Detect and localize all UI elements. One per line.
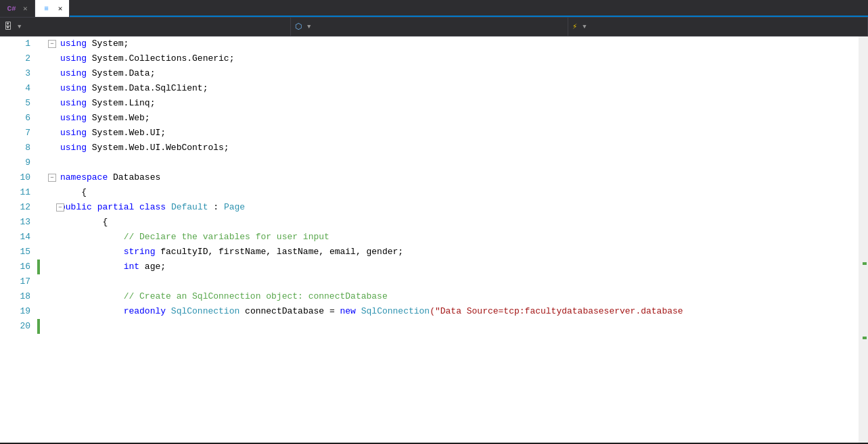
token-plain (134, 202, 139, 212)
gutter-mark-11 (37, 185, 48, 200)
tab-cs-close[interactable]: ✕ (23, 4, 28, 13)
line-num-7: 7 (4, 126, 30, 141)
token-plain: System.Data.SqlClient; (87, 83, 208, 93)
tab-cs[interactable]: C# ✕ (0, 0, 35, 17)
token-kw-using: using (60, 39, 87, 49)
class-dropdown[interactable]: ⬡ ▼ (291, 18, 568, 36)
line-num-2: 2 (4, 51, 30, 66)
code-area[interactable]: using System;using System.Collections.Ge… (58, 36, 859, 443)
line-num-9: 9 (4, 155, 30, 170)
token-class-name: Page (224, 202, 245, 212)
gutter-mark-10 (37, 170, 48, 185)
token-kw-partial: partial (97, 202, 135, 212)
code-line-19: readonly SqlConnection connectDatabase =… (60, 304, 859, 319)
token-plain (60, 306, 124, 316)
line-num-4: 4 (4, 81, 30, 96)
token-plain: System.Data; (87, 68, 155, 78)
line-num-5: 5 (4, 96, 30, 111)
collapse-area-15 (48, 245, 58, 260)
gutter-mark-14 (37, 230, 48, 245)
collapse-area-7 (48, 126, 58, 141)
token-kw-using: using (60, 113, 87, 123)
dropdown-arrow-2: ▼ (307, 24, 311, 30)
method-dropdown[interactable]: ⚡ ▼ (568, 18, 868, 36)
gutter-mark-19 (37, 304, 48, 319)
code-line-3: using System.Data; (60, 66, 859, 81)
code-line-5: using System.Linq; (60, 96, 859, 111)
gutter-mark-6 (37, 111, 48, 126)
token-plain (60, 262, 124, 272)
code-line-13: { (60, 215, 859, 230)
token-kw-new: new (340, 306, 356, 316)
line-num-17: 17 (4, 274, 30, 289)
cs-file-icon: C# (7, 4, 16, 14)
line-num-20: 20 (4, 319, 30, 334)
token-plain: System.Web.UI.WebControls; (87, 143, 229, 153)
collapse-area-4 (48, 81, 58, 96)
line-num-6: 6 (4, 111, 30, 126)
line-num-10: 10 (4, 170, 30, 185)
code-line-17 (60, 274, 859, 289)
line-num-11: 11 (4, 185, 30, 200)
ide-window: C# ✕ ≡ ✕ 🗄 ▼ ⬡ ▼ ⚡ ▼ 1234567891 (0, 0, 868, 443)
gutter-mark-18 (37, 289, 48, 304)
token-kw-int: int (124, 262, 139, 272)
token-plain: facultyID, firstName, lastName, email, g… (155, 247, 403, 257)
token-plain (60, 291, 124, 301)
editor-area: 1234567891011121314151617181920 −−− usin… (0, 36, 868, 443)
dropdown-arrow-1: ▼ (18, 24, 21, 30)
token-kw-using: using (60, 68, 87, 78)
tab-aspx-close[interactable]: ✕ (58, 4, 63, 13)
token-kw-public: public (60, 202, 92, 212)
collapse-col: −−− (48, 36, 58, 443)
line-num-19: 19 (4, 304, 30, 319)
gutter-mark-12 (37, 200, 48, 215)
line-num-15: 15 (4, 245, 30, 260)
token-class-name: SqlConnection (171, 306, 239, 316)
token-plain (166, 306, 171, 316)
scroll-marker-1 (863, 262, 867, 265)
database-icon: 🗄 (4, 22, 12, 32)
tab-strip-end (70, 0, 868, 17)
collapse-area-14 (48, 230, 58, 245)
token-plain: System.Web.UI; (87, 128, 166, 138)
toolbar: 🗄 ▼ ⬡ ▼ ⚡ ▼ (0, 18, 868, 36)
code-line-11: { (60, 185, 859, 200)
gutter-mark-9 (37, 155, 48, 170)
tab-bar: C# ✕ ≡ ✕ (0, 0, 868, 18)
collapse-area-12: − (48, 200, 58, 215)
gutter-mark-7 (37, 126, 48, 141)
token-plain (60, 232, 124, 242)
token-kw-class: class (139, 202, 166, 212)
line-num-8: 8 (4, 141, 30, 155)
token-plain: System.Web; (87, 113, 150, 123)
token-kw-using: using (60, 128, 87, 138)
token-kw-using: using (60, 143, 87, 153)
token-class-name: SqlConnection (361, 306, 430, 316)
token-plain: System.Linq; (87, 98, 155, 108)
token-plain: { (60, 217, 108, 227)
namespace-dropdown[interactable]: 🗄 ▼ (0, 18, 291, 36)
collapse-btn-12[interactable]: − (56, 203, 64, 212)
code-line-2: using System.Collections.Generic; (60, 51, 859, 66)
code-line-15: string facultyID, firstName, lastName, e… (60, 245, 859, 260)
gutter-mark-4 (37, 81, 48, 96)
code-line-1: using System; (60, 36, 859, 51)
collapse-btn-10[interactable]: − (48, 174, 56, 182)
class-icon: ⬡ (295, 22, 302, 32)
token-kw-namespace: namespace (60, 172, 108, 182)
tab-aspx[interactable]: ≡ ✕ (35, 0, 70, 17)
line-num-14: 14 (4, 230, 30, 245)
collapse-area-5 (48, 96, 58, 111)
method-icon: ⚡ (572, 22, 577, 32)
token-plain: System; (87, 39, 129, 49)
code-line-12: public partial class Default : Page (60, 200, 859, 215)
token-kw-readonly: readonly (124, 306, 166, 316)
code-line-18: // Create an SqlConnection object: conne… (60, 289, 859, 304)
gutter-mark-8 (37, 141, 48, 155)
collapse-area-11 (48, 185, 58, 200)
line-num-12: 12 (4, 200, 30, 215)
collapse-btn-1[interactable]: − (48, 40, 56, 48)
collapse-area-3 (48, 66, 58, 81)
token-plain: System.Collections.Generic; (87, 53, 234, 64)
